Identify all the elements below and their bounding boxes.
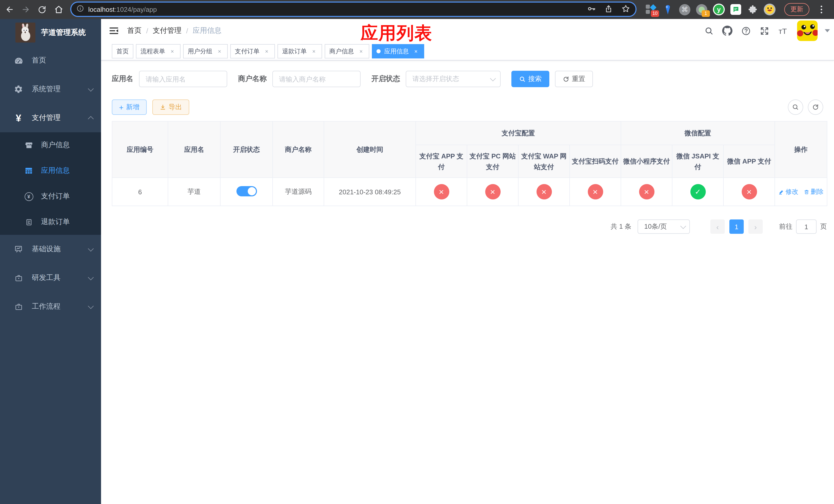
back-icon[interactable] [2, 2, 16, 17]
extensions-puzzle-icon[interactable] [747, 4, 758, 15]
tab-close-icon[interactable] [357, 48, 365, 55]
cell-created: 2021-10-23 08:49:25 [324, 178, 416, 206]
password-key-icon[interactable] [587, 4, 596, 15]
payment-submenu: 商户信息 应用信息 ¥ 支付订单 退款订单 [0, 132, 101, 235]
extension-sketch-icon[interactable]: 10 [645, 4, 657, 15]
address-bar[interactable]: localhost:1024/pay/app [70, 2, 637, 17]
extension-proxy-icon[interactable]: 1 [696, 4, 707, 15]
reset-button[interactable]: 重置 [555, 71, 593, 87]
export-button[interactable]: 导出 [152, 99, 189, 115]
sidebar-item-label: 研发工具 [32, 273, 89, 282]
sidebar-item-pay-orders[interactable]: ¥ 支付订单 [0, 184, 101, 209]
forward-icon[interactable] [19, 2, 33, 17]
tab-close-icon[interactable] [169, 48, 176, 55]
sidebar-item-dev-tools[interactable]: 研发工具 [0, 264, 101, 292]
tab-close-icon[interactable] [263, 48, 270, 55]
sidebar-item-infrastructure[interactable]: 基础设施 [0, 235, 101, 264]
search-button[interactable]: 搜索 [511, 71, 549, 87]
prev-page-button[interactable]: ‹ [710, 220, 725, 234]
sidebar-item-app-info[interactable]: 应用信息 [0, 158, 101, 184]
col-header-name: 应用名 [168, 121, 220, 178]
table-toolbar: + 新增 导出 [112, 99, 823, 115]
font-size-icon[interactable]: тT [776, 25, 789, 37]
page-number-button[interactable]: 1 [729, 220, 744, 234]
tab-pay-orders[interactable]: 支付订单 [230, 44, 275, 59]
profile-avatar-icon[interactable] [764, 4, 775, 15]
app-name-input[interactable] [139, 71, 227, 87]
sidebar-item-label: 工作流程 [32, 302, 89, 311]
status-toggle[interactable] [236, 186, 257, 196]
bookmark-star-icon[interactable] [621, 4, 630, 15]
toggle-search-button[interactable] [788, 99, 803, 115]
browser-menu-icon[interactable] [817, 6, 825, 13]
tab-close-icon[interactable] [412, 48, 420, 55]
briefcase-icon [12, 300, 25, 313]
sidebar-item-refund-orders[interactable]: 退款订单 [0, 209, 101, 235]
reload-icon[interactable] [35, 2, 49, 17]
delete-link[interactable]: 删除 [804, 187, 824, 196]
edit-link-label: 修改 [786, 187, 798, 196]
help-icon[interactable] [740, 25, 752, 37]
cell-wx-app [723, 178, 775, 206]
user-avatar[interactable] [797, 21, 818, 41]
sidebar-item-system[interactable]: 系统管理 [0, 75, 101, 104]
edit-link[interactable]: 修改 [778, 187, 798, 196]
col-group-alipay: 支付宝配置 [416, 121, 621, 145]
breadcrumb-section[interactable]: 支付管理 [153, 26, 181, 36]
sidebar-item-merchant-info[interactable]: 商户信息 [0, 132, 101, 158]
app-logo[interactable]: 芋道管理系统 [0, 19, 101, 46]
tab-close-icon[interactable] [310, 48, 317, 55]
next-page-button[interactable]: › [748, 220, 763, 234]
page-size-select[interactable]: 10条/页 [638, 220, 690, 234]
tab-process-form[interactable]: 流程表单 [136, 44, 180, 59]
app-title: 芋道管理系统 [41, 28, 86, 38]
sidebar-item-home[interactable]: 首页 [0, 46, 101, 75]
browser-update-button[interactable]: 更新 [784, 3, 809, 16]
sidebar-item-payment[interactable]: ¥ 支付管理 [0, 104, 101, 132]
screen: localhost:1024/pay/app 10 [0, 0, 834, 504]
tab-home[interactable]: 首页 [112, 44, 133, 59]
filter-form: 应用名 商户名称 开启状态 请选择开启状态 [112, 71, 823, 87]
cell-actions: 修改 删除 [775, 178, 827, 206]
merchant-name-input[interactable] [272, 71, 360, 87]
sidebar-collapse-icon[interactable] [109, 26, 119, 36]
col-group-wechat: 微信配置 [621, 121, 775, 145]
share-icon[interactable] [604, 4, 613, 15]
extension-command-icon[interactable]: ⌘ [679, 4, 690, 15]
github-icon[interactable] [721, 25, 733, 37]
extension-pin-icon[interactable] [662, 4, 674, 15]
home-icon[interactable] [51, 2, 66, 17]
breadcrumb-home[interactable]: 首页 [127, 26, 141, 36]
avatar-caret-icon[interactable] [825, 29, 830, 32]
goto-page-input[interactable] [796, 220, 816, 234]
tab-refund-orders[interactable]: 退款订单 [278, 44, 322, 59]
pagination: 共 1 条 10条/页 ‹ 1 › 前往 页 [112, 220, 827, 234]
tab-user-group[interactable]: 用户分组 [183, 44, 228, 59]
refresh-button[interactable] [808, 99, 823, 115]
extension-badge: 1 [702, 10, 710, 17]
extension-chat-icon[interactable] [730, 4, 741, 15]
extension-y-icon[interactable]: y [713, 4, 725, 15]
tab-close-icon[interactable] [216, 48, 223, 55]
add-button[interactable]: + 新增 [112, 99, 147, 115]
tab-label: 商户信息 [329, 47, 354, 55]
sidebar-item-workflow[interactable]: 工作流程 [0, 292, 101, 321]
chevron-down-icon [88, 274, 94, 280]
goto-label: 前往 [779, 222, 792, 231]
chevron-down-icon [490, 75, 496, 81]
sidebar-item-label: 首页 [32, 56, 93, 65]
tab-app-info[interactable]: 应用信息 [372, 44, 424, 59]
status-select[interactable]: 请选择开启状态 [406, 71, 501, 87]
plus-icon: + [119, 103, 124, 111]
fullscreen-icon[interactable] [758, 25, 770, 37]
sidebar-item-label: 系统管理 [32, 85, 89, 94]
reset-button-label: 重置 [572, 74, 585, 84]
navbar-right-tools: тT [703, 19, 830, 43]
active-tab-dot [376, 49, 380, 53]
extension-badge: 10 [651, 10, 659, 17]
col-header-wx-app: 微信 APP 支付 [723, 145, 775, 178]
site-info-icon[interactable] [76, 4, 84, 14]
tab-merchant-info[interactable]: 商户信息 [325, 44, 369, 59]
search-icon[interactable] [703, 25, 715, 37]
col-header-created: 创建时间 [324, 121, 416, 178]
